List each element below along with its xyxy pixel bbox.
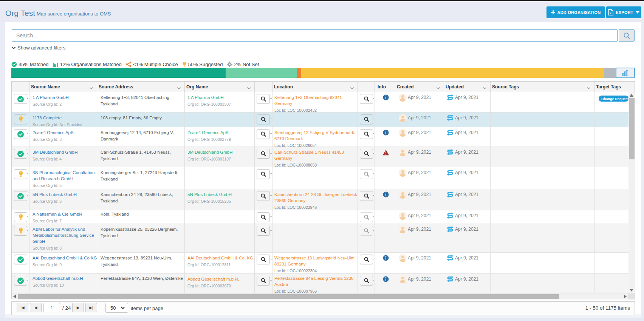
svg-text:x: x — [610, 11, 611, 15]
